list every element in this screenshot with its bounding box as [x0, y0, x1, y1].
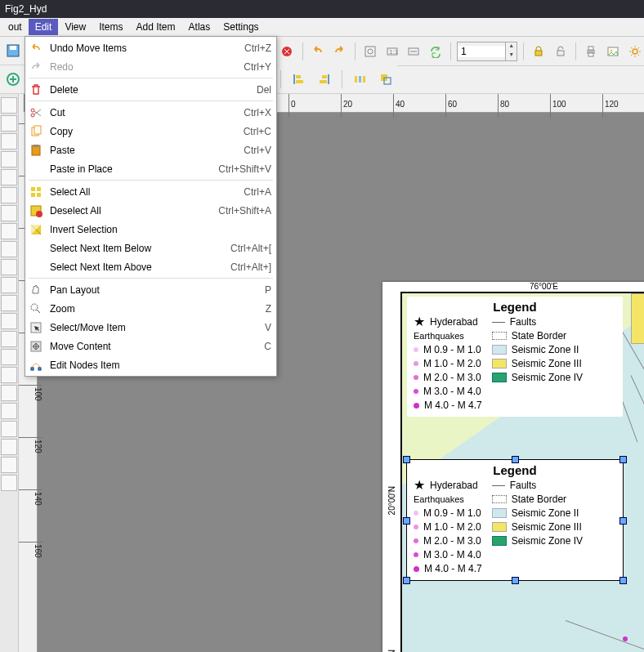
dock-btn[interactable] [1, 403, 17, 419]
print-icon[interactable] [582, 40, 601, 63]
dock-btn[interactable] [1, 223, 17, 239]
ruler-tick: 160 [19, 542, 42, 558]
menu-paste[interactable]: PasteCtrl+V [25, 141, 276, 159]
layout-page[interactable]: 76°00'E 20°00'N 16°00'N [382, 282, 644, 652]
svg-rect-24 [365, 47, 375, 56]
undo-arrow-icon[interactable] [308, 40, 327, 63]
dock-btn[interactable] [1, 151, 17, 167]
dock-btn[interactable] [1, 331, 17, 347]
legend-faults: Faults [510, 480, 537, 491]
menu-select-move[interactable]: Select/Move ItemV [25, 318, 276, 337]
spin-up[interactable]: ▲ [505, 42, 517, 51]
dock-btn[interactable] [1, 133, 17, 150]
dock-btn[interactable] [1, 439, 17, 455]
menu-cut[interactable]: CutCtrl+X [25, 103, 276, 122]
resize-icon[interactable] [374, 68, 397, 91]
align-right-icon[interactable] [313, 68, 336, 91]
menu-undo[interactable]: Undo Move ItemsCtrl+Z [25, 38, 276, 57]
zoom-width-icon[interactable] [405, 40, 423, 63]
svg-rect-8 [34, 126, 41, 134]
dock-btn[interactable] [1, 97, 17, 114]
refresh-icon[interactable] [427, 40, 445, 63]
dock-btn[interactable] [1, 295, 17, 311]
menu-settings[interactable]: Settings [217, 19, 265, 35]
redo-arrow-icon[interactable] [330, 40, 349, 63]
select-all-icon [29, 185, 43, 199]
dock-btn[interactable] [1, 277, 17, 293]
hand-icon [29, 283, 43, 297]
dock-btn[interactable] [1, 313, 17, 329]
ruler-tick: 120 [602, 94, 619, 118]
dock-btn[interactable] [1, 169, 17, 185]
menu-deselect-all[interactable]: Deselect AllCtrl+Shift+A [25, 201, 276, 220]
toolbar-overflow: 1:1 ▲▼ [278, 38, 644, 66]
svg-rect-41 [355, 76, 357, 83]
zoom-actual-icon[interactable]: 1:1 [382, 40, 401, 63]
svg-point-25 [368, 49, 373, 54]
menu-items[interactable]: Items [92, 19, 129, 35]
svg-rect-32 [588, 47, 593, 50]
dock-btn[interactable] [1, 205, 17, 221]
close-icon[interactable] [278, 40, 297, 63]
legend-city: Hyderabad [430, 316, 478, 328]
invert-icon [29, 222, 43, 237]
dock-btn[interactable] [1, 241, 17, 257]
legend-item[interactable]: Legend ★Hyderabad Earthquakes M 0.9 - M … [407, 297, 623, 417]
menu-edit-nodes[interactable]: Edit Nodes Item [25, 355, 276, 374]
lock-icon[interactable] [530, 40, 548, 63]
legend-sz2: Seismic Zone II [512, 344, 579, 355]
save-icon[interactable] [2, 39, 25, 62]
trash-icon [29, 83, 43, 97]
legend-subheader: Earthquakes [414, 493, 482, 506]
dock-btn[interactable] [1, 421, 17, 437]
page-input[interactable] [458, 46, 505, 57]
settings-gear-icon[interactable] [625, 40, 644, 63]
menu-pan-layout[interactable]: Pan LayoutP [25, 280, 276, 299]
ruler-tick: 100 [19, 385, 42, 401]
menu-delete[interactable]: DeleteDel [25, 80, 276, 99]
menu-invert-selection[interactable]: Invert Selection [25, 220, 276, 239]
legend-item-selected[interactable]: Legend ★Hyderabad Earthquakes M 0.9 - M … [407, 460, 623, 580]
legend-border: State Border [512, 330, 566, 342]
legend-eq: M 2.0 - M 3.0 [423, 372, 481, 383]
dock-btn[interactable] [1, 385, 17, 401]
dock-btn[interactable] [1, 187, 17, 203]
menu-edit[interactable]: Edit [29, 19, 59, 35]
menu-paste-in-place[interactable]: Paste in PlaceCtrl+Shift+V [25, 159, 276, 178]
add-icon[interactable] [2, 68, 25, 91]
move-content-icon [29, 339, 43, 354]
menu-next-below[interactable]: Select Next Item BelowCtrl+Alt+[ [25, 239, 276, 257]
dock-btn[interactable] [1, 115, 17, 132]
legend-eq: M 4.0 - M 4.7 [424, 400, 482, 411]
menu-view[interactable]: View [58, 19, 92, 35]
svg-rect-29 [535, 51, 542, 56]
dock-btn[interactable] [1, 259, 17, 275]
menu-next-above[interactable]: Select Next Item AboveCtrl+Alt+] [25, 257, 276, 276]
menu-select-all[interactable]: Select AllCtrl+A [25, 182, 276, 201]
dock-btn[interactable] [1, 367, 17, 383]
distribute-h-icon[interactable] [348, 68, 371, 91]
dock-btn[interactable] [1, 475, 17, 491]
menu-layout[interactable]: out [2, 19, 29, 35]
menu-redo[interactable]: RedoCtrl+Y [25, 57, 276, 76]
menu-add-item[interactable]: Add Item [130, 19, 182, 35]
dock-btn[interactable] [1, 349, 17, 365]
spin-down[interactable]: ▼ [505, 51, 517, 60]
legend-sz2: Seismic Zone II [512, 507, 579, 519]
redo-icon [29, 60, 43, 74]
menu-zoom[interactable]: ZoomZ [25, 299, 276, 318]
zoom-extents-icon[interactable] [361, 40, 380, 63]
ruler-tick: 100 [550, 94, 566, 118]
unlock-icon[interactable] [552, 40, 570, 63]
zoom-icon [29, 301, 43, 316]
page-spinner[interactable]: ▲▼ [457, 42, 517, 61]
menu-copy[interactable]: CopyCtrl+C [25, 122, 276, 141]
dock-btn[interactable] [1, 457, 17, 473]
menu-move-content[interactable]: Move ContentC [25, 337, 276, 355]
ruler-tick: 140 [19, 489, 42, 506]
menu-atlas[interactable]: Atlas [182, 19, 217, 35]
svg-rect-33 [588, 53, 593, 56]
svg-rect-38 [296, 80, 303, 83]
export-image-icon[interactable] [604, 40, 623, 63]
align-left-icon[interactable] [287, 68, 310, 91]
